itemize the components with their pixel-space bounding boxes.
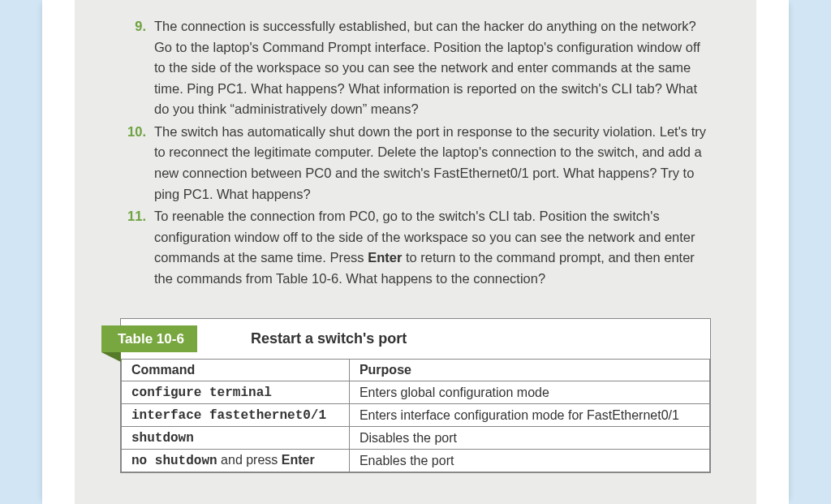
table-row: shutdown Disables the port (122, 427, 710, 450)
header-command: Command (122, 360, 350, 381)
step-number: 10. (120, 122, 146, 143)
step-text: The switch has automatically shut down t… (154, 124, 706, 201)
step-number: 9. (120, 16, 146, 37)
table-ribbon: Table 10-6 (101, 325, 197, 352)
cell-command: configure terminal (122, 381, 350, 404)
table-title: Restart a switch's port (251, 330, 407, 347)
header-purpose: Purpose (349, 360, 709, 381)
cell-command: no shutdown and press Enter (122, 450, 350, 472)
page-container: 9. The connection is successfully establ… (42, 0, 789, 504)
page-content: 9. The connection is successfully establ… (75, 0, 756, 504)
table-row: configure terminal Enters global configu… (122, 381, 710, 404)
cell-purpose: Enters global configuration mode (349, 381, 709, 404)
cell-command: shutdown (122, 427, 350, 450)
cell-purpose: Disables the port (349, 427, 709, 450)
step-text: To reenable the connection from PC0, go … (154, 209, 695, 286)
command-table: Command Purpose configure terminal Enter… (121, 359, 710, 472)
table-row: no shutdown and press Enter Enables the … (122, 450, 710, 472)
table-10-6: Table 10-6 Restart a switch's port Comma… (120, 318, 711, 473)
cell-command: interface fastethernet0/1 (122, 404, 350, 427)
cell-purpose: Enters interface configuration mode for … (349, 404, 709, 427)
step-11: 11. To reenable the connection from PC0,… (120, 206, 711, 289)
table-header-row: Command Purpose (122, 360, 710, 381)
step-10: 10. The switch has automatically shut do… (120, 122, 711, 205)
step-list: 9. The connection is successfully establ… (120, 16, 711, 289)
cell-purpose: Enables the port (349, 450, 709, 472)
step-text: The connection is successfully establish… (154, 19, 700, 116)
step-9: 9. The connection is successfully establ… (120, 16, 711, 120)
table-row: interface fastethernet0/1 Enters interfa… (122, 404, 710, 427)
table-caption: Table 10-6 Restart a switch's port (121, 319, 710, 359)
step-number: 11. (120, 206, 146, 227)
